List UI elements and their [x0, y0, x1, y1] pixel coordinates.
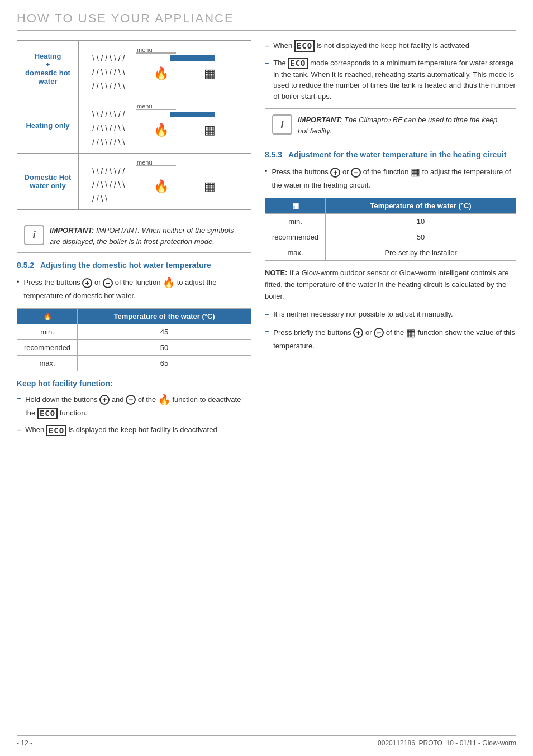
svg-text:🔥: 🔥: [154, 122, 169, 137]
dash-sym-1: –: [17, 393, 21, 419]
table-cell-852-min-val: 45: [78, 324, 251, 339]
right-dash-note-text-1: It is neither necessary nor possible to …: [273, 309, 453, 320]
table-row-853-max: max. Pre-set by the installer: [265, 245, 516, 260]
footer-left: - 12 -: [17, 739, 32, 747]
bullet-dot-852: •: [17, 276, 20, 302]
bullet-853: • Press the buttons + or − of the functi…: [265, 165, 516, 191]
info-text-left: IMPORTANT: IMPORTANT: When neither of th…: [50, 225, 244, 247]
plus-icon-852: +: [82, 278, 92, 288]
table-cell-853-max-val: Pre-set by the installer: [326, 245, 516, 260]
table-cell-852-max-val: 65: [78, 355, 251, 371]
table-853: ▦ Temperature of the water (°C) min. 10 …: [265, 198, 516, 261]
flame-icon-th: 🔥: [43, 312, 52, 320]
radiator-icon-brief: ▦: [406, 326, 416, 341]
eco-sym-kh2: ECO: [46, 425, 66, 437]
display-svg-1: menu \ \ / / \ \ / / / / \ \ / / \ \ 🔥: [83, 44, 246, 92]
table-row-852-max: max. 65: [17, 355, 251, 371]
right-dash-sym-n2: –: [265, 326, 269, 352]
table-cell-853-max-label: max.: [265, 245, 326, 260]
table-852-col-icon: 🔥: [17, 308, 78, 324]
bullet-dot-853: •: [265, 166, 268, 191]
svg-text:\ \ / / \ \ / /: \ \ / / \ \ / /: [92, 54, 125, 63]
table-cell-852-rec-val: 50: [78, 339, 251, 355]
radiator-icon-th: ▦: [292, 202, 299, 210]
eco-sym-kh1: ECO: [37, 408, 58, 419]
table-cell-852-max-label: max.: [17, 355, 78, 371]
svg-text:▦: ▦: [204, 66, 216, 80]
svg-rect-3: [170, 55, 215, 61]
content-columns: Heating+domestic hotwater menu \ \ / / \…: [17, 40, 516, 442]
svg-text:🔥: 🔥: [154, 66, 169, 81]
svg-text:▦: ▦: [204, 179, 216, 193]
svg-text:/ / \ \ / / \ \: / / \ \ / / \ \: [92, 138, 125, 147]
page-title: HOW TO USE YOUR APPLIANCE: [17, 11, 516, 26]
svg-rect-11: [170, 112, 215, 117]
table-852-col-temp: Temperature of the water (°C): [78, 308, 251, 324]
table-cell-853-min-label: min.: [265, 213, 326, 229]
right-dash-text-2: The ECO mode corresponds to a minimum te…: [273, 58, 516, 102]
radiator-icon-853: ▦: [411, 165, 420, 180]
right-dash-sym-n1: –: [265, 309, 269, 320]
right-dash-note-1: – It is neither necessary nor possible t…: [265, 309, 516, 320]
table-852: 🔥 Temperature of the water (°C) min. 45 …: [17, 308, 251, 371]
info-box-left: i IMPORTANT: IMPORTANT: When neither of …: [17, 219, 251, 253]
diagram-row-1: Heating+domestic hotwater menu \ \ / / \…: [17, 41, 251, 97]
minus-icon-853: −: [351, 168, 361, 178]
minus-icon-brief: −: [374, 328, 384, 338]
minus-icon-852: −: [103, 278, 113, 288]
keep-hot-text-1: Hold down the buttons + and − of the 🔥 f…: [25, 393, 251, 419]
keep-hot-title: Keep hot facility function:: [17, 379, 251, 388]
table-852-header-row: 🔥 Temperature of the water (°C): [17, 308, 251, 324]
diagram-label-2: Heating only: [17, 97, 79, 154]
right-dash-sym-1: –: [265, 40, 269, 52]
table-row-852-min: min. 45: [17, 324, 251, 339]
svg-text:/ / \ \ / / \ \: / / \ \ / / \ \: [92, 68, 125, 76]
section-853-header: 8.5.3 Adjustment for the water temperatu…: [265, 150, 516, 159]
page: HOW TO USE YOUR APPLIANCE Heating+domest…: [0, 0, 533, 464]
svg-text:menu: menu: [137, 46, 153, 53]
svg-text:/ / \ \ / / \ \: / / \ \ / / \ \: [92, 124, 125, 133]
info-text-right: IMPORTANT: The Climapro₂ RF can be used …: [298, 114, 509, 136]
table-row-852-rec: recommended 50: [17, 339, 251, 355]
table-853-col-temp: Temperature of the water (°C): [326, 198, 516, 213]
diagram-table: Heating+domestic hotwater menu \ \ / / \…: [17, 40, 251, 210]
svg-text:menu: menu: [137, 159, 153, 166]
svg-text:menu: menu: [137, 103, 153, 109]
footer-right: 0020112186_PROTO_10 - 01/11 - Glow-worm: [378, 739, 516, 747]
note-block: NOTE: If a Glow-worm outdoor sensor or G…: [265, 267, 516, 302]
right-dash-2: – The ECO mode corresponds to a minimum …: [265, 58, 516, 102]
table-853-header-row: ▦ Temperature of the water (°C): [265, 198, 516, 213]
info-icon-left: i: [24, 225, 44, 245]
svg-text:\ \ / / \ \ / /: \ \ / / \ \ / /: [92, 110, 125, 119]
keep-hot-item-2: – When ECO is displayed the keep hot fac…: [17, 424, 251, 436]
minus-icon-kh1: −: [126, 395, 136, 405]
bullet-text-852: Press the buttons + or − of the function…: [24, 275, 251, 302]
bullet-852: • Press the buttons + or − of the functi…: [17, 275, 251, 302]
plus-icon-kh1: +: [99, 395, 110, 405]
info-icon-right: i: [272, 114, 292, 135]
plus-icon-brief: +: [353, 328, 363, 338]
diagram-row-3: Domestic Hotwater only menu \ \ / / \ \ …: [17, 154, 251, 210]
plus-icon-853: +: [330, 168, 340, 178]
page-header: HOW TO USE YOUR APPLIANCE: [17, 11, 516, 31]
diagram-display-2: menu \ \ / / \ \ / / / / \ \ / / \ \ 🔥 ▦…: [79, 97, 251, 154]
svg-text:/ / \ \: / / \ \: [92, 194, 107, 203]
diagram-row-2: Heating only menu \ \ / / \ \ / / / / \ …: [17, 97, 251, 154]
note-label: NOTE:: [265, 269, 287, 277]
right-dash-note-2: – Press briefly the buttons + or − of th…: [265, 326, 516, 352]
right-dash-text-1: When ECO is not displayed the keep hot f…: [273, 40, 469, 52]
page-footer: - 12 - 0020112186_PROTO_10 - 01/11 - Glo…: [17, 735, 516, 747]
table-cell-853-rec-val: 50: [326, 229, 516, 245]
eco-sym-r2: ECO: [288, 58, 308, 69]
table-cell-852-rec-label: recommended: [17, 339, 78, 355]
flame-icon-kh1: 🔥: [158, 393, 170, 408]
right-column: – When ECO is not displayed the keep hot…: [265, 40, 516, 442]
note-text: If a Glow-worm outdoor sensor or Glow-wo…: [265, 269, 508, 300]
table-cell-852-min-label: min.: [17, 324, 78, 339]
diagram-label-1: Heating+domestic hotwater: [17, 41, 79, 97]
table-row-853-rec: recommended 50: [265, 229, 516, 245]
left-column: Heating+domestic hotwater menu \ \ / / \…: [17, 40, 251, 442]
table-row-853-min: min. 10: [265, 213, 516, 229]
svg-text:▦: ▦: [204, 123, 216, 137]
diagram-display-1: menu \ \ / / \ \ / / / / \ \ / / \ \ 🔥: [79, 41, 251, 97]
